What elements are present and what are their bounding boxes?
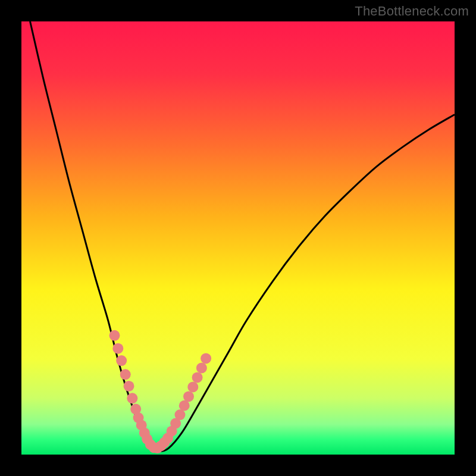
chart-frame: TheBottleneck.com	[0, 0, 476, 476]
watermark-text: TheBottleneck.com	[355, 4, 469, 19]
svg-rect-0	[21, 21, 455, 455]
plot-area	[21, 21, 455, 455]
gradient-background	[21, 21, 455, 455]
